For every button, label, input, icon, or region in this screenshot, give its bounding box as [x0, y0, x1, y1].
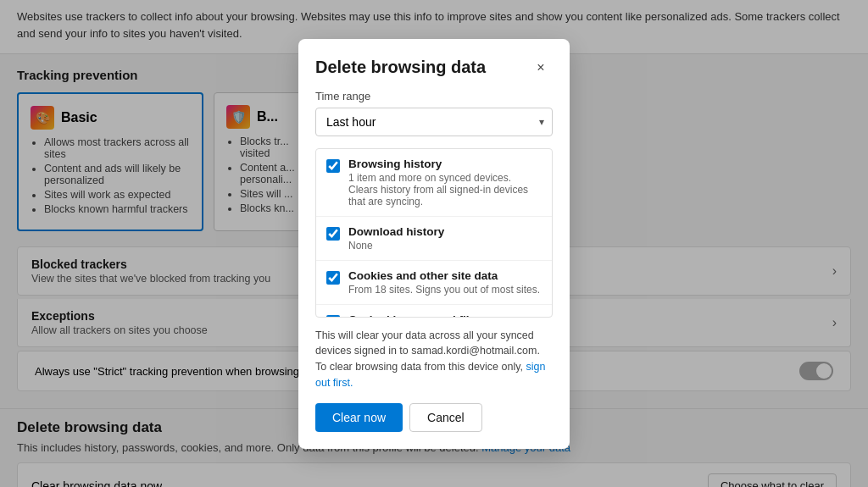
- browsing-history-label: Browsing history: [348, 158, 542, 170]
- cached-label: Cached images and files: [348, 313, 542, 318]
- dialog-close-button[interactable]: ×: [529, 56, 553, 80]
- time-range-label: Time range: [315, 90, 553, 102]
- cookies-checkbox[interactable]: [326, 271, 340, 285]
- cached-checkbox[interactable]: [326, 315, 340, 318]
- download-history-label: Download history: [348, 225, 444, 238]
- cached-item: Cached images and files Frees up less th…: [316, 305, 552, 318]
- close-icon: ×: [537, 60, 544, 75]
- browsing-history-item: Browsing history 1 item and more on sync…: [316, 149, 552, 217]
- time-range-wrapper: Last hour Last 24 hours Last 7 days Last…: [315, 108, 553, 136]
- checkbox-list: Browsing history 1 item and more on sync…: [315, 148, 553, 318]
- cookies-desc: From 18 sites. Signs you out of most sit…: [348, 284, 540, 296]
- cookies-item: Cookies and other site data From 18 site…: [316, 261, 552, 305]
- sync-notice: This will clear your data across all you…: [315, 328, 553, 391]
- time-range-select[interactable]: Last hour Last 24 hours Last 7 days Last…: [315, 108, 553, 136]
- download-history-item: Download history None: [316, 217, 552, 261]
- download-history-checkbox[interactable]: [326, 227, 340, 241]
- dialog-header: Delete browsing data ×: [298, 39, 570, 90]
- browsing-history-desc: 1 item and more on synced devices. Clear…: [348, 172, 542, 208]
- clear-now-button[interactable]: Clear now: [315, 403, 403, 432]
- modal-overlay: Delete browsing data × Time range Last h…: [0, 0, 868, 487]
- dialog-title: Delete browsing data: [315, 58, 486, 77]
- cancel-button[interactable]: Cancel: [409, 403, 482, 432]
- cookies-label: Cookies and other site data: [348, 269, 540, 282]
- download-history-desc: None: [348, 240, 444, 252]
- delete-browsing-dialog: Delete browsing data × Time range Last h…: [298, 39, 570, 449]
- browsing-history-checkbox[interactable]: [326, 159, 340, 173]
- dialog-body: Time range Last hour Last 24 hours Last …: [298, 90, 570, 449]
- dialog-footer: Clear now Cancel: [315, 403, 553, 432]
